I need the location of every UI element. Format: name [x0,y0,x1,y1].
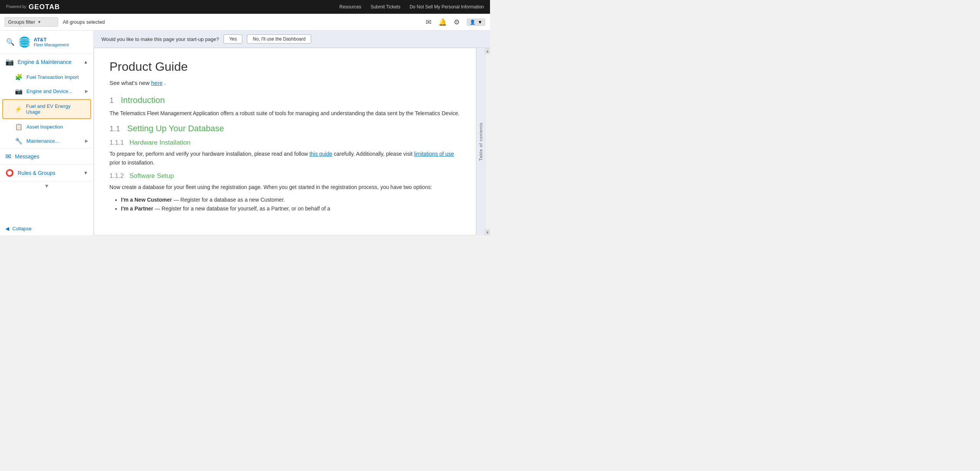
chevron-right-icon: ▶ [85,89,88,94]
document-content: Product Guide See what's new here . 1 In… [94,48,476,235]
section-1-1-2-title: 1.1.2 Software Setup [109,172,461,180]
nav-section-rules-groups: ⭕ Rules & Groups ▼ [0,165,93,181]
fuel-ev-label: Fuel and EV Energy Usage [26,103,86,115]
envelope-icon: ✉ [5,152,11,161]
section-1-1-heading: Setting Up Your Database [127,124,224,133]
sidebar-header: 🔍 AT&T Fleet Management [0,31,93,54]
section-1-1-1-body: To prepare for, perform and verify your … [109,150,461,167]
content-area: Would you like to make this page your st… [94,31,490,235]
sidebar-item-maintenance[interactable]: 🔧 Maintenance... ▶ [0,134,93,148]
section-1-1-title: 1.1 Setting Up Your Database [109,124,461,134]
see-new-text: See what's new here . [109,78,461,88]
chevron-down-icon: ▼ [38,20,41,24]
chevron-right-icon: ▶ [85,139,88,143]
right-scrollbar[interactable]: ▲ ▼ [485,48,490,235]
submit-tickets-link[interactable]: Submit Tickets [371,4,400,10]
section-1-title: 1 Introduction [109,95,461,105]
filterbar-icons: ✉ 🔔 ⚙ 👤 ▼ [426,18,485,26]
yes-button[interactable]: Yes [224,34,243,44]
asset-inspection-label: Asset Inspection [26,124,63,130]
brand-logo-area: Powered by GEOTAB [6,3,60,11]
startup-bar: Would you like to make this page your st… [94,31,490,48]
section-1-number: 1 [109,96,114,104]
messages-label: Messages [15,153,39,160]
list-item-new-customer: I'm a New Customer — Register for a data… [121,196,461,205]
sidebar-item-fuel-ev-energy[interactable]: ⚡ Fuel and EV Energy Usage [2,99,91,119]
collapse-button[interactable]: ◀ Collapse [0,222,93,235]
fuel-transaction-label: Fuel Transaction Import [26,74,79,80]
chevron-down-icon: ▼ [478,20,482,25]
list-item-partner: I'm a Partner — Register for a new datab… [121,204,461,213]
wrench-icon: 🔧 [15,137,23,145]
hardware-text-mid: carefully. Additionally, please visit [334,151,414,157]
clipboard-icon: 📋 [15,123,23,130]
engine-device-label: Engine and Device... [26,88,72,94]
product-guide-title: Product Guide [109,60,461,74]
groups-filter-label: Groups filter [8,19,35,25]
section-1-heading: Introduction [121,95,165,105]
section-1-1-1-number: 1.1.1 [109,139,124,146]
camera-icon: 📷 [5,58,14,66]
section-1-1-2-number: 1.1.2 [109,172,124,179]
rules-groups-label: Rules & Groups [18,170,56,176]
toc-label: Table of contents [479,122,483,161]
chevron-down-icon: ▼ [83,170,88,176]
maintenance-label: Maintenance... [26,138,59,144]
sidebar-item-asset-inspection[interactable]: 📋 Asset Inspection [0,120,93,134]
chevron-up-icon: ▲ [83,59,88,65]
main-layout: 🔍 AT&T Fleet Management 📷 Engine & Maint… [0,31,490,235]
user-icon: 👤 [470,20,475,25]
section-1-body: The Telematics Fleet Management Applicat… [109,109,461,117]
hardware-text-suffix: prior to installation. [109,160,155,166]
section-1-1-1-title: 1.1.1 Hardware Installation [109,139,461,147]
sidebar-item-engine-maintenance[interactable]: 📷 Engine & Maintenance ▲ [0,54,93,70]
envelope-icon[interactable]: ✉ [426,18,431,26]
section-1-1-1-heading: Hardware Installation [129,139,191,146]
sidebar-item-messages[interactable]: ✉ Messages [0,148,93,165]
att-logo-svg [18,36,31,48]
att-brand-logo: AT&T Fleet Management [18,36,69,48]
filter-bar: Groups filter ▼ All groups selected ✉ 🔔 … [0,14,490,31]
limitations-of-use-link[interactable]: limitations of use [414,151,454,157]
collapse-arrow-icon: ◀ [5,226,9,231]
gear-icon[interactable]: ⚙ [454,18,460,26]
collapse-label: Collapse [12,226,32,231]
partner-text: — Register for a new database for yourse… [155,205,330,212]
this-guide-link[interactable]: this guide [309,151,332,157]
section-1-1-2-body: Now create a database for your fleet usi… [109,183,461,191]
nav-section-engine-maintenance: 📷 Engine & Maintenance ▲ 🧩 Fuel Transact… [0,54,93,148]
nav-section-messages: ✉ Messages [0,148,93,165]
startup-question-text: Would you like to make this page your st… [101,36,219,42]
section-1-1-2-heading: Software Setup [129,172,174,179]
scroll-down-indicator: ▼ [0,181,93,191]
customer-options-list: I'm a New Customer — Register for a data… [121,196,461,214]
sidebar-item-fuel-transaction-import[interactable]: 🧩 Fuel Transaction Import [0,70,93,84]
here-link[interactable]: here [151,80,163,86]
powered-by-text: Powered by [6,5,26,9]
sidebar-item-rules-groups[interactable]: ⭕ Rules & Groups ▼ [0,165,93,181]
sidebar: 🔍 AT&T Fleet Management 📷 Engine & Maint… [0,31,94,235]
engine-maintenance-label: Engine & Maintenance [18,59,72,65]
groups-filter-dropdown[interactable]: Groups filter ▼ [5,17,58,27]
att-label: AT&T [34,37,69,43]
resources-link[interactable]: Resources [340,4,361,10]
do-not-sell-link[interactable]: Do Not Sell My Personal Information [410,4,484,10]
user-menu[interactable]: 👤 ▼ [467,18,485,26]
no-dashboard-button[interactable]: No, I'll use the Dashboard [247,34,311,44]
toc-sidebar[interactable]: Table of contents [476,48,485,235]
sidebar-item-engine-device[interactable]: 📷 Engine and Device... ▶ [0,84,93,98]
partner-bold: I'm a Partner [121,205,153,212]
fleet-management-label: Fleet Management [34,42,69,47]
topbar-links: Resources Submit Tickets Do Not Sell My … [340,4,484,10]
all-groups-text: All groups selected [63,19,105,25]
lightning-icon: ⚡ [15,106,22,113]
scroll-up-arrow[interactable]: ▲ [485,48,490,54]
search-icon[interactable]: 🔍 [6,38,15,46]
brand-text: AT&T Fleet Management [34,37,69,48]
bell-icon[interactable]: 🔔 [438,18,447,26]
scroll-down-arrow[interactable]: ▼ [485,229,490,235]
top-navigation-bar: Powered by GEOTAB Resources Submit Ticke… [0,0,490,14]
new-customer-bold: I'm a New Customer [121,197,172,203]
section-1-1-number: 1.1 [109,124,120,133]
puzzle-icon: 🧩 [15,73,23,81]
